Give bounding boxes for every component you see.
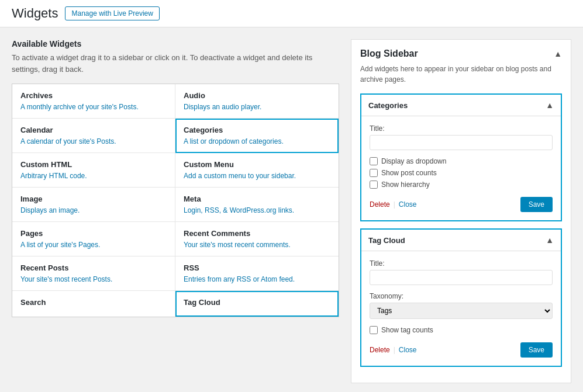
widget-image[interactable]: Image Displays an image.: [12, 188, 175, 222]
widget-rss-desc: Entries from any RSS or Atom feed.: [184, 275, 330, 283]
categories-delete-link[interactable]: Delete: [370, 200, 390, 209]
widget-pages-desc: A list of your site's Pages.: [20, 241, 167, 249]
widget-search-name: Search: [20, 298, 167, 307]
widget-image-name: Image: [20, 195, 167, 203]
widget-row: Archives A monthly archive of your site'…: [12, 84, 339, 119]
categories-title-label: Title:: [370, 124, 553, 133]
blog-sidebar-header: Blog Sidebar ▲: [360, 48, 562, 59]
widget-calendar-desc: A calendar of your site's Posts.: [20, 137, 167, 145]
available-widgets-heading: Available Widgets: [12, 39, 339, 48]
tag-cloud-collapse-icon[interactable]: ▲: [546, 235, 554, 245]
available-widgets-description: To activate a widget drag it to a sideba…: [12, 52, 339, 75]
widget-tag-cloud[interactable]: Tag Cloud: [175, 291, 339, 317]
categories-widget-body: Title: Display as dropdown Show post cou…: [361, 116, 561, 220]
widget-search[interactable]: Search: [12, 291, 175, 317]
widget-recent-posts-desc: Your site's most recent Posts.: [20, 275, 167, 283]
widget-calendar[interactable]: Calendar A calendar of your site's Posts…: [12, 119, 175, 153]
tag-cloud-widget-header[interactable]: Tag Cloud ▲: [361, 230, 561, 251]
widget-custom-html-desc: Arbitrary HTML code.: [20, 172, 167, 180]
categories-close-link[interactable]: Close: [399, 200, 417, 209]
tag-cloud-close-link[interactable]: Close: [399, 346, 417, 354]
tag-cloud-save-button[interactable]: Save: [520, 342, 553, 358]
tag-cloud-widget-actions: Delete | Close Save: [370, 342, 553, 358]
widget-custom-html[interactable]: Custom HTML Arbitrary HTML code.: [12, 153, 175, 188]
widgets-grid: Archives A monthly archive of your site'…: [12, 84, 339, 317]
widget-categories[interactable]: Categories A list or dropdown of categor…: [175, 119, 339, 153]
categories-delete-close: Delete | Close: [370, 200, 417, 209]
widget-custom-menu[interactable]: Custom Menu Add a custom menu to your si…: [175, 153, 339, 188]
show-hierarchy-label: Show hierarchy: [381, 181, 430, 189]
widget-row: Image Displays an image. Meta Login, RSS…: [12, 188, 339, 222]
show-tag-counts-checkbox[interactable]: [370, 326, 378, 334]
categories-separator: |: [394, 200, 395, 209]
display-dropdown-checkbox[interactable]: [370, 157, 378, 165]
categories-save-button[interactable]: Save: [520, 197, 553, 212]
categories-widget-actions: Delete | Close Save: [370, 197, 553, 212]
widget-recent-posts-name: Recent Posts: [20, 263, 167, 272]
tag-cloud-delete-link[interactable]: Delete: [370, 346, 390, 354]
categories-widget-expanded: Categories ▲ Title: Display as dropdown …: [360, 93, 562, 221]
show-tag-counts-label: Show tag counts: [381, 326, 433, 334]
display-dropdown-row: Display as dropdown: [370, 157, 553, 165]
tag-cloud-taxonomy-select[interactable]: Tags Categories Post Formats: [370, 303, 553, 319]
tag-cloud-separator: |: [394, 346, 395, 354]
categories-widget-header[interactable]: Categories ▲: [361, 95, 561, 116]
tag-cloud-title-row: Title:: [370, 259, 553, 285]
tag-cloud-title-label: Title:: [370, 259, 553, 268]
widget-meta-name: Meta: [184, 195, 330, 203]
widget-meta-desc: Login, RSS, & WordPress.org links.: [184, 206, 330, 214]
show-hierarchy-checkbox[interactable]: [370, 181, 378, 189]
widget-meta[interactable]: Meta Login, RSS, & WordPress.org links.: [175, 188, 339, 222]
widget-pages[interactable]: Pages A list of your site's Pages.: [12, 222, 175, 256]
tag-cloud-widget-title: Tag Cloud: [368, 236, 405, 245]
tag-cloud-widget-expanded: Tag Cloud ▲ Title: Taxonomy: Tags Catego…: [360, 228, 562, 367]
widget-rss-name: RSS: [184, 263, 330, 272]
sidebar-panel: Blog Sidebar ▲ Add widgets here to appea…: [351, 39, 571, 392]
page-header: Widgets Manage with Live Preview: [0, 0, 583, 27]
widget-row: Search Tag Cloud: [12, 291, 339, 317]
widget-tag-cloud-name: Tag Cloud: [184, 298, 330, 307]
widget-audio[interactable]: Audio Displays an audio player.: [175, 84, 339, 119]
tag-cloud-widget-body: Title: Taxonomy: Tags Categories Post Fo…: [361, 251, 561, 366]
page-title: Widgets: [12, 6, 58, 21]
widget-custom-menu-name: Custom Menu: [184, 160, 330, 169]
show-post-counts-checkbox[interactable]: [370, 169, 378, 177]
widget-row: Pages A list of your site's Pages. Recen…: [12, 222, 339, 256]
widget-calendar-name: Calendar: [20, 126, 167, 134]
widget-archives[interactable]: Archives A monthly archive of your site'…: [12, 84, 175, 119]
available-widgets-panel: Available Widgets To activate a widget d…: [12, 39, 339, 392]
widget-categories-name: Categories: [184, 126, 330, 134]
widget-categories-desc: A list or dropdown of categories.: [184, 137, 330, 145]
categories-title-row: Title:: [370, 124, 553, 150]
blog-sidebar-description: Add widgets here to appear in your sideb…: [360, 64, 562, 85]
widget-row: Calendar A calendar of your site's Posts…: [12, 119, 339, 153]
widget-audio-name: Audio: [184, 91, 330, 100]
show-post-counts-row: Show post counts: [370, 169, 553, 177]
blog-sidebar-title-text: Blog Sidebar: [360, 48, 418, 59]
widget-archives-name: Archives: [20, 91, 167, 100]
blog-sidebar-box: Blog Sidebar ▲ Add widgets here to appea…: [351, 39, 571, 383]
tag-cloud-title-input[interactable]: [370, 270, 553, 285]
widget-recent-comments[interactable]: Recent Comments Your site's most recent …: [175, 222, 339, 256]
widget-archives-desc: A monthly archive of your site's Posts.: [20, 103, 167, 111]
tag-cloud-delete-close: Delete | Close: [370, 346, 417, 354]
widget-custom-html-name: Custom HTML: [20, 160, 167, 169]
widget-row: Recent Posts Your site's most recent Pos…: [12, 256, 339, 291]
widget-row: Custom HTML Arbitrary HTML code. Custom …: [12, 153, 339, 188]
widget-rss[interactable]: RSS Entries from any RSS or Atom feed.: [175, 256, 339, 291]
widget-custom-menu-desc: Add a custom menu to your sidebar.: [184, 172, 330, 180]
widget-recent-comments-name: Recent Comments: [184, 229, 330, 238]
categories-widget-title: Categories: [368, 101, 408, 110]
widget-recent-comments-desc: Your site's most recent comments.: [184, 241, 330, 249]
widget-image-desc: Displays an image.: [20, 206, 167, 214]
tag-cloud-taxonomy-label: Taxonomy:: [370, 292, 553, 300]
categories-title-input[interactable]: [370, 135, 553, 150]
widget-pages-name: Pages: [20, 229, 167, 238]
widget-audio-desc: Displays an audio player.: [184, 103, 330, 111]
live-preview-button[interactable]: Manage with Live Preview: [65, 6, 159, 20]
show-tag-counts-row: Show tag counts: [370, 326, 553, 334]
categories-collapse-icon[interactable]: ▲: [546, 100, 554, 110]
widget-recent-posts[interactable]: Recent Posts Your site's most recent Pos…: [12, 256, 175, 291]
tag-cloud-taxonomy-row: Taxonomy: Tags Categories Post Formats: [370, 292, 553, 319]
blog-sidebar-collapse-icon[interactable]: ▲: [554, 49, 562, 58]
